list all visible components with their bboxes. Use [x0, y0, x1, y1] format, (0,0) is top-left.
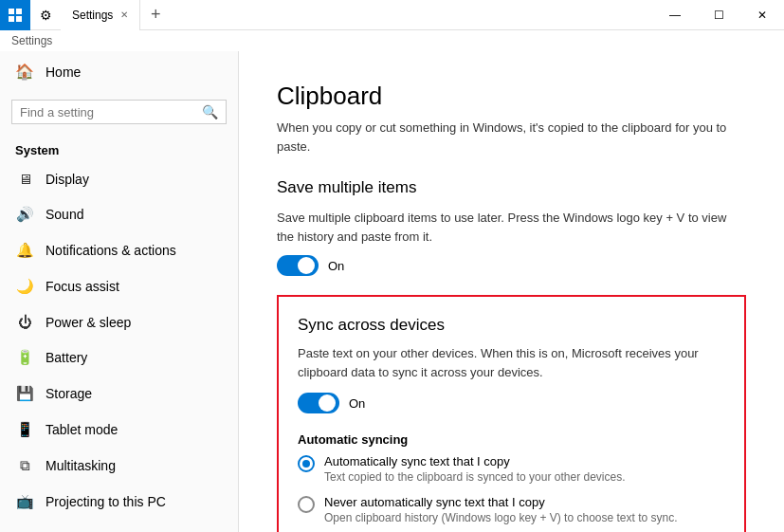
radio-option-auto: Automatically sync text that I copy Text… — [298, 454, 725, 484]
display-icon: 🖥 — [15, 171, 34, 187]
sync-toggle[interactable] — [298, 393, 339, 413]
page-description: When you copy or cut something in Window… — [277, 119, 746, 156]
save-toggle-label: On — [328, 259, 344, 273]
sidebar-item-focus-label: Focus assist — [46, 279, 119, 294]
sidebar-item-notifications[interactable]: 🔔 Notifications & actions — [0, 232, 238, 268]
titlebar: ⚙ Settings ✕ + — ☐ ✕ — [0, 0, 784, 30]
sync-section-title: Sync across devices — [298, 316, 725, 335]
sidebar-item-display-label: Display — [46, 172, 89, 187]
sidebar-item-multitasking-label: Multitasking — [46, 458, 116, 473]
save-toggle[interactable] — [277, 255, 319, 276]
home-icon: 🏠 — [15, 63, 34, 81]
window-controls: — ☐ ✕ — [653, 0, 784, 30]
radio-never-sublabel: Open clipboard history (Windows logo key… — [324, 511, 678, 524]
storage-icon: 💾 — [15, 385, 34, 402]
sidebar-item-battery-label: Battery — [46, 350, 87, 365]
search-box[interactable]: 🔍 — [11, 100, 227, 124]
sync-section-desc: Paste text on your other devices. When t… — [298, 344, 725, 381]
svg-rect-3 — [16, 16, 22, 22]
multitasking-icon: ⧉ — [15, 457, 34, 474]
sidebar-section-system: System — [0, 132, 238, 161]
sidebar-item-projecting-label: Projecting to this PC — [46, 494, 166, 509]
sidebar-item-home[interactable]: 🏠 Home — [0, 51, 238, 92]
sidebar-item-power-label: Power & sleep — [46, 315, 131, 330]
save-toggle-row: On — [277, 255, 746, 276]
search-icon: 🔍 — [202, 104, 218, 119]
svg-rect-0 — [9, 9, 14, 14]
titlebar-tabs: Settings ✕ + — [61, 0, 653, 30]
radio-never-text: Never automatically sync text that I cop… — [324, 495, 678, 524]
projecting-icon: 📺 — [15, 493, 34, 510]
radio-auto-label: Automatically sync text that I copy — [324, 454, 626, 468]
titlebar-gear-icon: ⚙ — [30, 0, 61, 30]
battery-icon: 🔋 — [15, 349, 34, 366]
breadcrumb: Settings — [0, 30, 784, 51]
search-input[interactable] — [20, 105, 202, 119]
radio-never-label: Never automatically sync text that I cop… — [324, 495, 678, 509]
save-section-desc: Save multiple clipboard items to use lat… — [277, 209, 746, 246]
minimize-button[interactable]: — — [653, 0, 697, 30]
titlebar-tab[interactable]: Settings ✕ — [61, 0, 140, 30]
sidebar: 🏠 Home 🔍 System 🖥 Display 🔊 Sound 🔔 Noti… — [0, 51, 239, 532]
sidebar-item-multitasking[interactable]: ⧉ Multitasking — [0, 448, 238, 484]
sound-icon: 🔊 — [15, 206, 34, 223]
focus-icon: 🌙 — [15, 278, 34, 295]
main-content: Clipboard When you copy or cut something… — [239, 51, 784, 532]
sidebar-item-focus[interactable]: 🌙 Focus assist — [0, 268, 238, 304]
tablet-icon: 📱 — [15, 421, 34, 438]
sidebar-item-storage[interactable]: 💾 Storage — [0, 376, 238, 412]
sidebar-item-display[interactable]: 🖥 Display — [0, 161, 238, 196]
sync-toggle-row: On — [298, 393, 725, 413]
sidebar-item-battery[interactable]: 🔋 Battery — [0, 339, 238, 376]
sidebar-home-label: Home — [46, 64, 81, 80]
radio-auto-button[interactable] — [298, 455, 315, 472]
auto-syncing-label: Automatic syncing — [298, 432, 725, 447]
tab-title: Settings — [72, 9, 113, 22]
app-icon — [0, 0, 30, 30]
radio-auto-text: Automatically sync text that I copy Text… — [324, 454, 626, 484]
tab-close-button[interactable]: ✕ — [120, 9, 128, 20]
page-title: Clipboard — [277, 82, 746, 111]
sidebar-item-sound-label: Sound — [46, 207, 83, 222]
svg-rect-2 — [9, 16, 14, 22]
sidebar-item-tablet[interactable]: 📱 Tablet mode — [0, 412, 238, 448]
new-tab-button[interactable]: + — [140, 0, 171, 30]
radio-option-never: Never automatically sync text that I cop… — [298, 495, 725, 524]
sidebar-item-notifications-label: Notifications & actions — [46, 243, 176, 258]
maximize-button[interactable]: ☐ — [697, 0, 740, 30]
notifications-icon: 🔔 — [15, 242, 34, 259]
power-icon: ⏻ — [15, 314, 34, 330]
save-section-title: Save multiple items — [277, 178, 746, 197]
sidebar-item-tablet-label: Tablet mode — [46, 422, 118, 437]
radio-never-button[interactable] — [298, 496, 315, 513]
sidebar-item-power[interactable]: ⏻ Power & sleep — [0, 304, 238, 339]
sidebar-item-storage-label: Storage — [46, 386, 92, 401]
sync-toggle-label: On — [349, 396, 365, 411]
svg-rect-1 — [16, 9, 22, 14]
sync-section: Sync across devices Paste text on your o… — [277, 295, 746, 532]
sidebar-item-projecting[interactable]: 📺 Projecting to this PC — [0, 484, 238, 520]
app-body: 🏠 Home 🔍 System 🖥 Display 🔊 Sound 🔔 Noti… — [0, 51, 784, 532]
close-button[interactable]: ✕ — [740, 0, 784, 30]
radio-auto-sublabel: Text copied to the clipboard is synced t… — [324, 470, 626, 484]
sidebar-item-sound[interactable]: 🔊 Sound — [0, 196, 238, 232]
